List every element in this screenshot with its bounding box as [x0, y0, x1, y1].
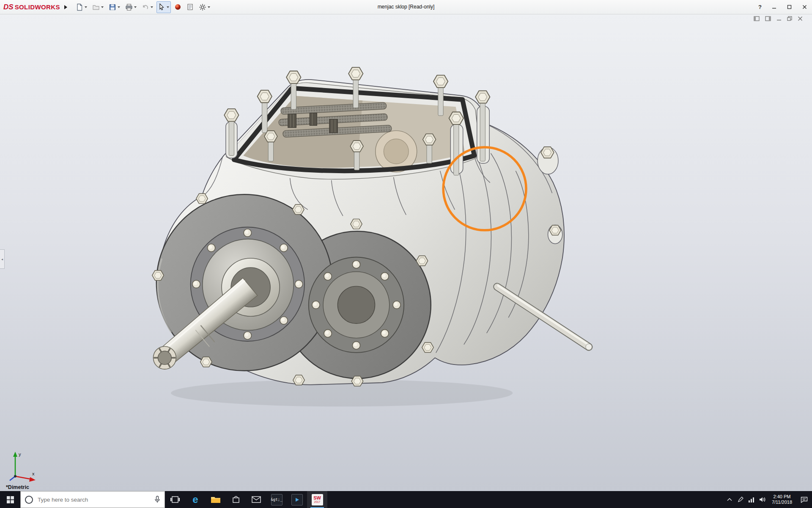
windows-taskbar: e &gt;_ SW 2017 — [0, 491, 812, 508]
caret-icon — [101, 6, 104, 8]
help-button[interactable]: ? — [754, 0, 766, 14]
microphone-icon[interactable] — [154, 496, 160, 503]
appearance-sphere-icon — [174, 3, 181, 11]
search-input[interactable] — [37, 496, 151, 503]
action-center-button[interactable] — [796, 491, 812, 508]
solidworks-app-button[interactable]: SW 2017 — [307, 491, 327, 508]
terminal-icon: &gt;_ — [271, 494, 283, 505]
new-document-icon — [76, 3, 83, 11]
file-explorer-icon — [211, 496, 221, 504]
file-explorer-button[interactable] — [206, 491, 226, 508]
app-window-button[interactable] — [287, 491, 307, 508]
cortana-icon — [25, 496, 33, 504]
window-controls: ? — [754, 0, 812, 14]
toolbar-expand-arrow-icon[interactable] — [64, 5, 67, 9]
volume-tray-button[interactable] — [757, 491, 768, 508]
app-window-icon — [291, 494, 303, 505]
pen-icon — [738, 497, 743, 502]
caret-icon — [85, 6, 87, 8]
maximize-button[interactable] — [782, 0, 797, 14]
caret-icon — [208, 6, 210, 8]
mail-button[interactable] — [246, 491, 266, 508]
task-view-icon — [170, 496, 180, 503]
select-tool-button[interactable] — [156, 1, 171, 13]
pen-tray-button[interactable] — [735, 491, 746, 508]
edge-icon: e — [192, 494, 198, 505]
minimize-icon — [772, 5, 776, 9]
clock-date: 7/11/2018 — [772, 500, 792, 505]
options-gear-icon — [199, 3, 206, 11]
triad-y-label: y — [19, 452, 21, 457]
caret-icon — [118, 6, 120, 8]
terminal-app-button[interactable]: &gt;_ — [266, 491, 287, 508]
orientation-triad: y x — [5, 449, 39, 485]
dassault-logo-icon: DS — [3, 3, 14, 11]
solidworks-2017-icon: SW 2017 — [312, 494, 323, 505]
pane-right-icon[interactable] — [765, 16, 771, 21]
undo-button[interactable] — [140, 1, 155, 13]
doc-close-icon[interactable] — [798, 16, 803, 21]
clock-time: 2:40 PM — [772, 494, 792, 500]
start-button[interactable] — [0, 491, 20, 508]
document-window-controls — [754, 16, 803, 21]
hidden-icons-button[interactable] — [724, 491, 735, 508]
close-icon — [802, 5, 807, 9]
taskbar-clock[interactable]: 2:40 PM 7/11/2018 — [768, 494, 796, 505]
network-tray-button[interactable] — [746, 491, 757, 508]
print-icon — [125, 3, 133, 11]
app-window-glyph-icon — [294, 497, 300, 502]
open-button[interactable] — [91, 1, 105, 13]
view-orientation-label: *Dimetric — [6, 484, 29, 490]
feature-tree-collapse-tab[interactable]: ◂ — [0, 249, 5, 269]
file-properties-button[interactable] — [185, 1, 195, 13]
gearbox-model-scene[interactable] — [0, 14, 812, 491]
sw-icon-year: 2017 — [314, 500, 320, 503]
window-title: menjac sklop [Read-only] — [0, 0, 812, 14]
undo-icon — [142, 3, 149, 11]
side-cover — [309, 257, 404, 353]
action-center-icon — [801, 497, 808, 503]
chevron-up-icon — [727, 498, 732, 501]
new-document-button[interactable] — [74, 1, 89, 13]
caret-icon — [151, 6, 153, 8]
pane-left-icon[interactable] — [754, 16, 760, 21]
doc-restore-icon[interactable] — [787, 16, 792, 21]
solidworks-logo: DS SOLIDWORKS — [0, 3, 63, 11]
terminal-glyph: &gt;_ — [271, 498, 282, 502]
app-titlebar: DS SOLIDWORKS — [0, 0, 812, 14]
triad-x-label: x — [32, 471, 35, 476]
minimize-button[interactable] — [766, 0, 782, 14]
select-cursor-icon — [158, 3, 165, 11]
brand-text: SOLIDWORKS — [15, 3, 60, 11]
taskbar-search[interactable] — [20, 491, 165, 508]
print-button[interactable] — [123, 1, 138, 13]
caret-icon — [134, 6, 137, 8]
collapse-arrow-icon: ◂ — [1, 257, 3, 261]
windows-logo-icon — [7, 496, 14, 503]
appearance-button[interactable] — [173, 1, 183, 13]
options-button[interactable] — [197, 1, 212, 13]
task-view-button[interactable] — [165, 491, 185, 508]
caret-icon — [167, 6, 169, 8]
sw-icon-text: SW — [313, 496, 321, 500]
edge-browser-button[interactable]: e — [185, 491, 206, 508]
doc-minimize-icon[interactable] — [776, 16, 782, 21]
network-icon — [748, 497, 755, 502]
speaker-icon — [759, 497, 766, 502]
save-icon — [109, 3, 116, 11]
save-button[interactable] — [107, 1, 122, 13]
open-folder-icon — [92, 3, 100, 11]
store-bag-icon — [232, 495, 240, 504]
system-tray: 2:40 PM 7/11/2018 — [724, 491, 812, 508]
close-button[interactable] — [797, 0, 812, 14]
store-button[interactable] — [226, 491, 246, 508]
mail-envelope-icon — [252, 496, 261, 503]
maximize-icon — [787, 5, 792, 9]
graphics-viewport[interactable]: ◂ y x *Dimetric — [0, 14, 812, 491]
file-properties-icon — [187, 3, 194, 11]
